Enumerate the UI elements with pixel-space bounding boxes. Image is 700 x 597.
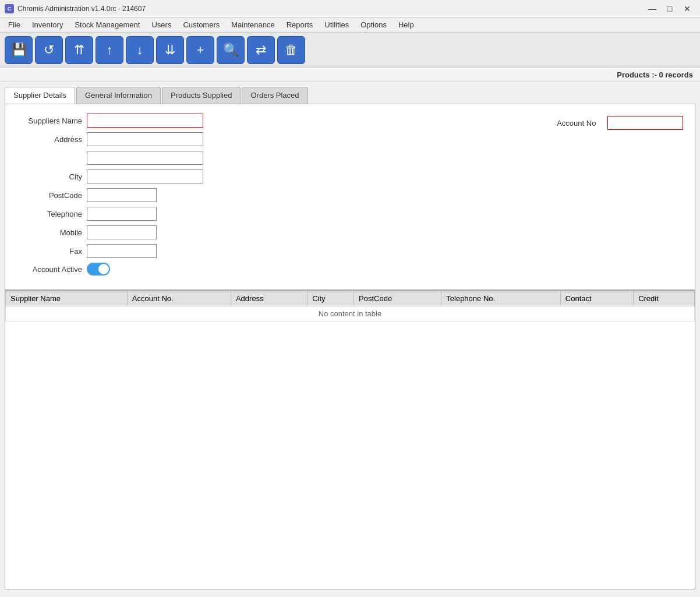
tab-orders-placed[interactable]: Orders Placed [242,87,307,104]
col-address: Address [231,291,307,306]
title-text: Chromis Administration v1.4.0rc - 214607 [17,5,644,13]
postcode-row: PostCode [17,188,516,202]
menu-item-maintenance[interactable]: Maintenance [225,19,280,31]
col-city: City [307,291,354,306]
telephone-row: Telephone [17,207,516,221]
menubar: FileInventoryStock ManagementUsersCustom… [0,17,700,33]
copy-button[interactable]: ⇄ [247,36,275,64]
fax-input[interactable] [87,244,157,258]
status-text: Products :- 0 records [617,70,693,79]
close-button[interactable]: ✕ [679,2,695,15]
address1-input[interactable] [87,132,203,146]
address-label: Address [17,135,87,144]
menu-item-options[interactable]: Options [355,19,393,31]
mobile-label: Mobile [17,228,87,237]
menu-item-stock-management[interactable]: Stock Management [69,19,146,31]
menu-item-reports[interactable]: Reports [281,19,319,31]
minimize-button[interactable]: — [644,2,660,15]
titlebar: C Chromis Administration v1.4.0rc - 2146… [0,0,700,17]
city-input[interactable] [87,169,203,183]
no-content-row: No content in table [6,306,695,322]
telephone-label: Telephone [17,210,87,218]
col-account-no.: Account No. [127,291,231,306]
col-postcode: PostCode [354,291,441,306]
save-button[interactable]: 💾 [5,36,33,64]
menu-item-customers[interactable]: Customers [177,19,225,31]
table-header: Supplier NameAccount No.AddressCityPostC… [6,291,695,306]
table-body: No content in table [6,306,695,322]
menu-item-users[interactable]: Users [146,19,177,31]
app-icon: C [5,4,14,13]
account-active-toggle[interactable] [87,263,110,275]
statusbar: Products :- 0 records [0,68,700,82]
menu-item-file[interactable]: File [2,19,26,31]
address2-input[interactable] [87,151,203,165]
postcode-input[interactable] [87,188,157,202]
no-content-cell: No content in table [6,306,695,322]
up-button[interactable]: ↑ [96,36,123,64]
account-active-row: Account Active [17,263,516,275]
fax-label: Fax [17,247,87,256]
tab-bar: Supplier DetailsGeneral InformationProdu… [5,87,695,104]
fax-row: Fax [17,244,516,258]
menu-item-inventory[interactable]: Inventory [26,19,69,31]
suppliers-name-row: Suppliers Name [17,114,516,128]
telephone-input[interactable] [87,207,157,221]
city-label: City [17,172,87,181]
suppliers-table: Supplier NameAccount No.AddressCityPostC… [5,291,695,322]
city-row: City [17,169,516,183]
postcode-label: PostCode [17,191,87,200]
account-no-section: Account No [539,114,683,280]
col-telephone-no.: Telephone No. [441,291,561,306]
tab-products-supplied[interactable]: Products Supplied [162,87,241,104]
top-button[interactable]: ⇈ [65,36,93,64]
address-row2 [17,151,516,165]
table-area: Supplier NameAccount No.AddressCityPostC… [5,290,695,589]
toolbar: 💾↺⇈↑↓⇊+🔍⇄🗑 [0,33,700,68]
window-controls: — □ ✕ [644,2,695,15]
delete-button[interactable]: 🗑 [277,36,305,64]
suppliers-name-label: Suppliers Name [17,116,87,125]
col-credit: Credit [634,291,695,306]
col-supplier-name: Supplier Name [6,291,128,306]
form-panel: Suppliers Name Address City [5,104,695,290]
tab-general-information[interactable]: General Information [76,87,161,104]
menu-item-utilities[interactable]: Utilities [319,19,355,31]
search-button[interactable]: 🔍 [217,36,245,64]
account-no-input[interactable] [607,116,683,130]
tab-supplier-details[interactable]: Supplier Details [5,87,75,104]
down-button[interactable]: ↓ [126,36,154,64]
address-row1: Address [17,132,516,146]
maximize-button[interactable]: □ [662,2,678,15]
mobile-row: Mobile [17,225,516,239]
menu-item-help[interactable]: Help [393,19,420,31]
bottom-button[interactable]: ⇊ [156,36,184,64]
refresh-button[interactable]: ↺ [35,36,63,64]
add-button[interactable]: + [186,36,214,64]
suppliers-name-input[interactable] [87,114,203,128]
mobile-input[interactable] [87,225,157,239]
col-contact: Contact [560,291,633,306]
account-no-label: Account No [557,119,596,128]
account-active-label: Account Active [17,265,87,274]
main-content: Supplier DetailsGeneral InformationProdu… [0,82,700,594]
